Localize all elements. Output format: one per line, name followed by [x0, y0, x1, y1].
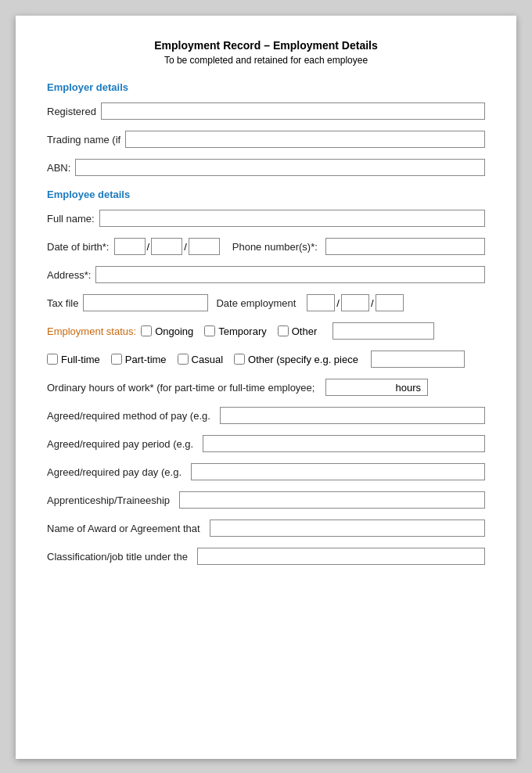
registered-input[interactable] — [101, 102, 485, 120]
employee-heading: Employee details — [47, 189, 485, 200]
emp-date-year-input[interactable] — [376, 294, 404, 311]
registered-row: Registered — [47, 102, 485, 120]
emp-type-checkboxes: Full-time Part-time Casual Other (specif… — [47, 351, 465, 368]
fullname-input[interactable] — [99, 210, 485, 227]
ongoing-label: Ongoing — [155, 325, 193, 337]
other-type-checkbox-item: Other (specify e.g. piece — [234, 354, 358, 365]
dob-year-input[interactable] — [189, 238, 220, 255]
dob-slash2: / — [184, 241, 187, 253]
pay-day-row: Agreed/required pay day (e.g. — [47, 463, 485, 480]
parttime-label: Part-time — [125, 354, 167, 365]
page-subtitle: To be completed and retained for each em… — [47, 55, 485, 66]
parttime-checkbox[interactable] — [111, 354, 122, 365]
fulltime-checkbox-item: Full-time — [47, 354, 100, 365]
pay-day-input[interactable] — [191, 463, 485, 480]
fulltime-label: Full-time — [61, 354, 100, 365]
abn-input[interactable] — [75, 159, 485, 176]
emp-status-label: Employment status: — [47, 325, 136, 337]
employer-heading: Employer details — [47, 81, 485, 93]
other-type-input[interactable] — [371, 351, 465, 368]
dob-phone-row: Date of birth*: / / Phone number(s)*: — [47, 238, 485, 255]
casual-label: Casual — [192, 354, 223, 365]
hours-label: Ordinary hours of work* (for part-time o… — [47, 382, 315, 394]
abn-row: ABN: — [47, 159, 485, 176]
apprenticeship-row: Apprenticeship/Traineeship — [47, 491, 485, 509]
pay-method-input[interactable] — [220, 407, 485, 424]
award-row: Name of Award or Agreement that — [47, 520, 485, 537]
address-row: Address*: — [47, 266, 485, 283]
apprenticeship-label: Apprenticeship/Traineeship — [47, 494, 170, 506]
emp-status-checkboxes: Ongoing Temporary Other — [141, 322, 434, 340]
address-input[interactable] — [95, 266, 485, 283]
address-label: Address*: — [47, 269, 91, 281]
temporary-label: Temporary — [218, 325, 266, 337]
trading-input[interactable] — [125, 131, 485, 148]
phone-label: Phone number(s)*: — [232, 241, 318, 253]
classification-input[interactable] — [197, 548, 485, 565]
other-status-checkbox-item: Other — [278, 325, 318, 337]
hours-input-wrap: hours — [325, 379, 428, 396]
tax-date-row: Tax file Date employment / / — [47, 294, 485, 311]
emp-slash2: / — [371, 297, 374, 309]
fullname-row: Full name: — [47, 210, 485, 227]
other-type-label: Other (specify e.g. piece — [248, 354, 358, 365]
apprenticeship-input[interactable] — [179, 491, 485, 509]
temporary-checkbox[interactable] — [204, 325, 215, 336]
registered-label: Registered — [47, 106, 96, 117]
pay-period-label: Agreed/required pay period (e.g. — [47, 438, 193, 450]
parttime-checkbox-item: Part-time — [111, 354, 167, 365]
pay-method-label: Agreed/required method of pay (e.g. — [47, 410, 210, 422]
pay-period-input[interactable] — [203, 435, 485, 452]
pay-period-row: Agreed/required pay period (e.g. — [47, 435, 485, 452]
other-status-label: Other — [292, 325, 318, 337]
tax-label: Tax file — [47, 297, 78, 309]
hours-unit: hours — [389, 382, 427, 394]
trading-label: Trading name (if — [47, 134, 120, 146]
ongoing-checkbox-item: Ongoing — [141, 325, 193, 337]
emp-type-row: Full-time Part-time Casual Other (specif… — [47, 351, 485, 368]
emp-date-month-input[interactable] — [341, 294, 369, 311]
fulltime-checkbox[interactable] — [47, 354, 58, 365]
trading-row: Trading name (if — [47, 131, 485, 148]
temporary-checkbox-item: Temporary — [204, 325, 266, 337]
award-input[interactable] — [210, 520, 485, 537]
phone-input[interactable] — [325, 238, 485, 255]
date-emp-label: Date employment — [216, 297, 296, 309]
award-label: Name of Award or Agreement that — [47, 523, 200, 534]
other-type-checkbox[interactable] — [234, 354, 245, 365]
dob-month-input[interactable] — [151, 238, 182, 255]
hours-input[interactable] — [326, 379, 389, 395]
tax-input[interactable] — [83, 294, 208, 311]
fullname-label: Full name: — [47, 213, 95, 225]
ongoing-checkbox[interactable] — [141, 325, 152, 336]
dob-day-input[interactable] — [114, 238, 146, 255]
abn-label: ABN: — [47, 162, 70, 174]
emp-status-row: Employment status: Ongoing Temporary Oth… — [47, 322, 485, 340]
hours-row: Ordinary hours of work* (for part-time o… — [47, 379, 485, 396]
other-status-checkbox[interactable] — [278, 325, 289, 336]
dob-label: Date of birth*: — [47, 241, 110, 253]
dob-date-group: / / — [114, 238, 220, 255]
casual-checkbox[interactable] — [178, 354, 189, 365]
classification-label: Classification/job title under the — [47, 551, 188, 563]
page-title: Employment Record – Employment Details — [47, 39, 485, 52]
dob-slash1: / — [147, 241, 150, 253]
other-status-input[interactable] — [332, 322, 434, 340]
pay-method-row: Agreed/required method of pay (e.g. — [47, 407, 485, 424]
pay-day-label: Agreed/required pay day (e.g. — [47, 466, 182, 478]
emp-date-day-input[interactable] — [307, 294, 335, 311]
emp-date-group: / / — [307, 294, 403, 311]
classification-row: Classification/job title under the — [47, 548, 485, 565]
form-page: Employment Record – Employment Details T… — [16, 16, 516, 759]
emp-slash1: / — [336, 297, 340, 309]
casual-checkbox-item: Casual — [178, 354, 223, 365]
